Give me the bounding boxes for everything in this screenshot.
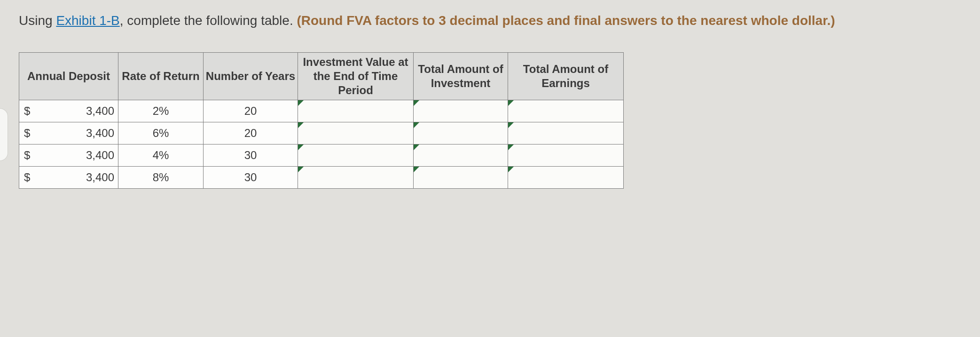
- investment-value-input[interactable]: [298, 167, 414, 189]
- annual-deposit-cell: $ 3,400: [19, 122, 118, 144]
- table-row: $ 3,400 8% 30: [19, 167, 624, 189]
- total-investment-input[interactable]: [414, 144, 508, 167]
- table-row: $ 3,400 4% 30: [19, 144, 624, 167]
- investment-table: Annual Deposit Rate of Return Number of …: [19, 52, 624, 189]
- page-binder-decoration: [0, 108, 8, 161]
- header-investment-value: Investment Value at the End of Time Peri…: [298, 53, 414, 100]
- annual-deposit-cell: $ 3,400: [19, 144, 118, 167]
- total-investment-input[interactable]: [414, 167, 508, 189]
- input-marker-icon: [508, 144, 514, 150]
- annual-deposit-value: 3,400: [19, 127, 118, 140]
- input-marker-icon: [414, 167, 419, 172]
- currency-symbol: $: [24, 171, 30, 184]
- annual-deposit-value: 3,400: [19, 171, 118, 184]
- header-number-of-years: Number of Years: [204, 53, 298, 100]
- currency-symbol: $: [24, 104, 30, 118]
- annual-deposit-value: 3,400: [19, 104, 118, 118]
- input-marker-icon: [414, 100, 419, 106]
- investment-value-input[interactable]: [298, 122, 414, 144]
- input-marker-icon: [298, 144, 304, 150]
- total-earnings-input[interactable]: [508, 122, 624, 144]
- total-earnings-input[interactable]: [508, 167, 624, 189]
- header-rate-of-return: Rate of Return: [118, 53, 204, 100]
- total-investment-input[interactable]: [414, 100, 508, 122]
- header-total-earnings: Total Amount of Earnings: [508, 53, 624, 100]
- input-marker-icon: [414, 144, 419, 150]
- input-marker-icon: [508, 122, 514, 128]
- annual-deposit-cell: $ 3,400: [19, 167, 118, 189]
- years-cell: 30: [204, 167, 298, 189]
- rate-cell: 6%: [118, 122, 204, 144]
- rate-cell: 4%: [118, 144, 204, 167]
- currency-symbol: $: [24, 149, 30, 162]
- total-earnings-input[interactable]: [508, 144, 624, 167]
- input-marker-icon: [298, 100, 304, 106]
- prompt-lead: Using: [19, 13, 56, 28]
- annual-deposit-value: 3,400: [19, 149, 118, 162]
- rate-cell: 2%: [118, 100, 204, 122]
- total-investment-input[interactable]: [414, 122, 508, 144]
- table-row: $ 3,400 6% 20: [19, 122, 624, 144]
- total-earnings-input[interactable]: [508, 100, 624, 122]
- question-prompt: Using Exhibit 1-B, complete the followin…: [19, 11, 961, 30]
- years-cell: 20: [204, 122, 298, 144]
- header-annual-deposit: Annual Deposit: [19, 53, 118, 100]
- input-marker-icon: [508, 100, 514, 106]
- input-marker-icon: [414, 122, 419, 128]
- rate-cell: 8%: [118, 167, 204, 189]
- table-row: $ 3,400 2% 20: [19, 100, 624, 122]
- input-marker-icon: [298, 122, 304, 128]
- input-marker-icon: [298, 167, 304, 172]
- years-cell: 20: [204, 100, 298, 122]
- input-marker-icon: [508, 167, 514, 172]
- currency-symbol: $: [24, 127, 30, 140]
- exhibit-link[interactable]: Exhibit 1-B: [56, 13, 119, 28]
- investment-value-input[interactable]: [298, 144, 414, 167]
- header-total-investment: Total Amount of Investment: [414, 53, 508, 100]
- prompt-instruction: (Round FVA factors to 3 decimal places a…: [297, 13, 835, 28]
- investment-value-input[interactable]: [298, 100, 414, 122]
- years-cell: 30: [204, 144, 298, 167]
- annual-deposit-cell: $ 3,400: [19, 100, 118, 122]
- prompt-mid: , complete the following table.: [120, 13, 297, 28]
